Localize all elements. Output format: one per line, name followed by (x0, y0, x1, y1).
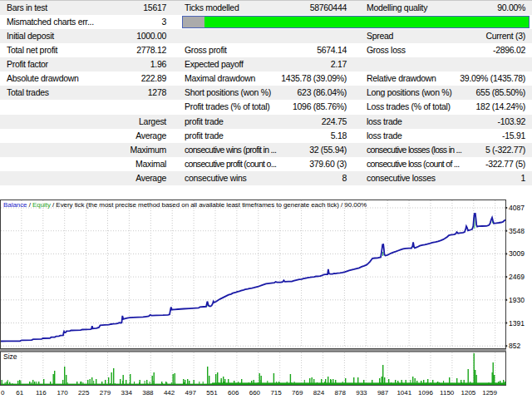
svg-text:987: 987 (377, 389, 389, 397)
svg-text:Size: Size (3, 352, 17, 361)
svg-text:606: 606 (228, 389, 239, 397)
svg-text:116: 116 (36, 389, 47, 397)
svg-text:551: 551 (206, 389, 218, 397)
svg-text:3009: 3009 (509, 249, 525, 258)
svg-text:61: 61 (16, 389, 23, 397)
svg-text:279: 279 (100, 389, 111, 397)
svg-text:3548: 3548 (509, 227, 525, 235)
svg-text:878: 878 (335, 389, 347, 397)
svg-text:442: 442 (164, 389, 175, 397)
svg-text:497: 497 (185, 389, 197, 397)
svg-text:852: 852 (509, 342, 520, 350)
svg-text:0: 0 (1, 389, 5, 397)
svg-text:1259: 1259 (482, 389, 497, 397)
svg-text:1150: 1150 (440, 389, 455, 397)
svg-text:225: 225 (78, 389, 90, 397)
svg-text:824: 824 (313, 389, 325, 397)
svg-text:1391: 1391 (509, 319, 525, 328)
svg-text:933: 933 (356, 389, 367, 397)
svg-text:769: 769 (292, 389, 303, 397)
svg-text:334: 334 (121, 389, 133, 397)
svg-text:4087: 4087 (509, 204, 525, 212)
svg-text:388: 388 (142, 389, 154, 397)
svg-text:1096: 1096 (418, 389, 433, 397)
svg-text:170: 170 (57, 389, 68, 397)
svg-text:1041: 1041 (397, 389, 411, 397)
svg-text:660: 660 (249, 389, 261, 397)
svg-text:715: 715 (270, 389, 282, 397)
svg-text:Balance / Equity / Every tick: Balance / Equity / Every tick (the most … (3, 201, 367, 209)
svg-text:1930: 1930 (509, 296, 525, 304)
svg-text:1205: 1205 (461, 389, 476, 397)
svg-text:2469: 2469 (509, 273, 525, 281)
